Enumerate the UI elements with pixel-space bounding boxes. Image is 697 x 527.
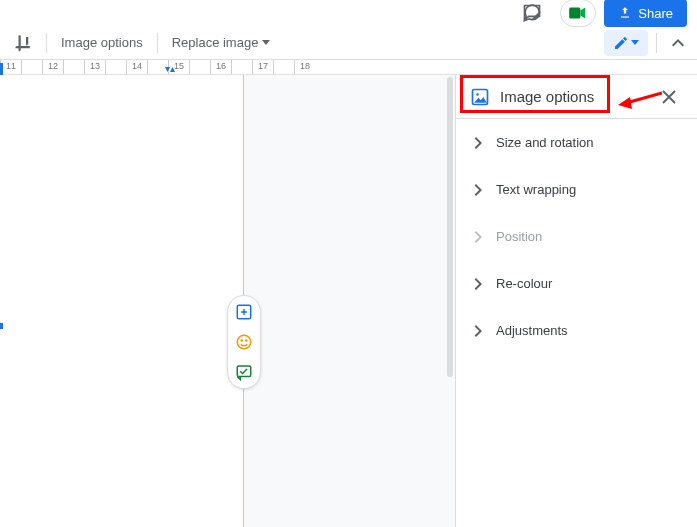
option-size-and-rotation[interactable]: Size and rotation	[456, 119, 697, 166]
emoji-icon[interactable]	[234, 332, 254, 352]
option-recolour[interactable]: Re-colour	[456, 260, 697, 307]
chevron-right-icon	[474, 184, 482, 196]
option-position: Position	[456, 213, 697, 260]
image-icon	[470, 87, 490, 107]
ruler: 11 12 13 14 15 16 17 18 ▾▴	[0, 60, 697, 75]
option-adjustments[interactable]: Adjustments	[456, 307, 697, 354]
option-text-wrapping[interactable]: Text wrapping	[456, 166, 697, 213]
svg-rect-0	[569, 7, 580, 18]
meet-icon[interactable]	[560, 0, 596, 27]
page	[0, 75, 244, 527]
svg-point-7	[476, 93, 479, 96]
image-options-button[interactable]: Image options	[53, 30, 151, 56]
selection-edge	[0, 63, 3, 75]
comment-rail	[227, 295, 261, 389]
replace-image-button[interactable]: Replace image	[164, 30, 279, 56]
chevron-right-icon	[474, 231, 482, 243]
svg-point-2	[237, 335, 251, 349]
margin-marker-icon[interactable]: ▾▴	[165, 63, 175, 74]
chevron-right-icon	[474, 137, 482, 149]
collapse-toolbar-button[interactable]	[665, 30, 691, 56]
image-options-panel: Image options Size and rotation Text wra…	[455, 75, 697, 527]
chevron-right-icon	[474, 325, 482, 337]
crop-button[interactable]	[6, 30, 40, 56]
editing-mode-button[interactable]	[604, 30, 648, 56]
chat-icon[interactable]	[512, 1, 552, 25]
share-button[interactable]: Share	[604, 0, 687, 27]
chevron-right-icon	[474, 278, 482, 290]
close-panel-button[interactable]	[655, 83, 683, 111]
scrollbar[interactable]	[447, 77, 453, 377]
add-comment-icon[interactable]	[234, 302, 254, 322]
toolbar: Image options Replace image	[0, 26, 697, 60]
selection-handle[interactable]	[0, 323, 3, 329]
svg-point-3	[241, 340, 242, 341]
document-canvas[interactable]	[0, 75, 455, 527]
panel-title: Image options	[500, 88, 594, 105]
share-label: Share	[638, 6, 673, 21]
svg-point-4	[246, 340, 247, 341]
suggest-icon[interactable]	[234, 362, 254, 382]
